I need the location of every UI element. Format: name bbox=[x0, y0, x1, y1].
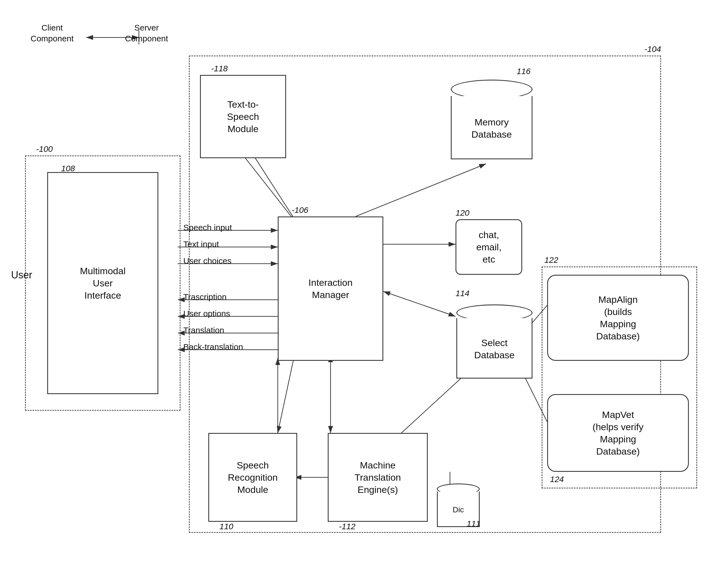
memory-db-label: Memory Database bbox=[471, 116, 512, 140]
memory-database-cylinder: Memory Database bbox=[450, 75, 533, 164]
client-component-label: Client Component bbox=[31, 22, 74, 44]
tts-box: Text-to- Speech Module bbox=[200, 75, 286, 158]
user-label: User bbox=[11, 269, 32, 281]
ref-104: -104 bbox=[645, 45, 661, 54]
ref-112: -112 bbox=[339, 522, 356, 531]
select-database-cylinder: Select Database bbox=[456, 300, 533, 383]
mapvet-label: MapVet (helps verify Mapping Database) bbox=[593, 409, 643, 458]
interaction-manager-label: Interaction Manager bbox=[309, 276, 353, 301]
chat-email-box: chat, email, etc bbox=[456, 219, 522, 275]
user-options-label: User options bbox=[183, 308, 230, 319]
ref-110: 110 bbox=[220, 522, 233, 531]
speech-input-label: Speech input bbox=[183, 222, 232, 233]
ref-116: 116 bbox=[517, 67, 531, 76]
speech-recognition-box: Speech Recognition Module bbox=[208, 433, 297, 522]
ref-111: 111 bbox=[467, 519, 481, 528]
ref-124: 124 bbox=[550, 475, 564, 484]
ref-114: 114 bbox=[456, 289, 469, 298]
speech-recognition-label: Speech Recognition Module bbox=[228, 459, 278, 496]
user-choices-label: User choices bbox=[183, 255, 231, 266]
ref-120: 120 bbox=[456, 208, 469, 218]
ref-108: 108 bbox=[61, 164, 75, 173]
back-translation-label: Back-translation bbox=[183, 341, 243, 352]
multimodal-ui-box: Multimodal User Interface bbox=[47, 172, 158, 394]
mapalign-label: MapAlign (builds Mapping Database) bbox=[596, 293, 640, 343]
ref-100: -100 bbox=[36, 144, 53, 154]
dic-label: Dic bbox=[453, 505, 464, 515]
multimodal-ui-label: Multimodal User Interface bbox=[80, 265, 126, 302]
ref-106: -106 bbox=[292, 205, 308, 215]
mapvet-box: MapVet (helps verify Mapping Database) bbox=[547, 394, 689, 472]
translation-label: Translation bbox=[183, 325, 224, 336]
ref-122: 122 bbox=[544, 255, 558, 265]
diagram-container: Client Component Server Component -100 -… bbox=[0, 0, 728, 572]
machine-translation-box: Machine Translation Engine(s) bbox=[328, 433, 428, 522]
interaction-manager-box: Interaction Manager bbox=[278, 216, 383, 361]
select-db-label: Select Database bbox=[474, 337, 515, 361]
trascription-label: Trascription bbox=[183, 291, 227, 302]
ref-118: -118 bbox=[211, 64, 228, 73]
chat-email-label: chat, email, etc bbox=[476, 229, 502, 266]
mapalign-box: MapAlign (builds Mapping Database) bbox=[547, 275, 689, 361]
server-component-label: Server Component bbox=[125, 22, 168, 44]
machine-translation-label: Machine Translation Engine(s) bbox=[355, 459, 401, 496]
text-input-label: Text input bbox=[183, 239, 219, 249]
tts-label: Text-to- Speech Module bbox=[227, 98, 259, 135]
